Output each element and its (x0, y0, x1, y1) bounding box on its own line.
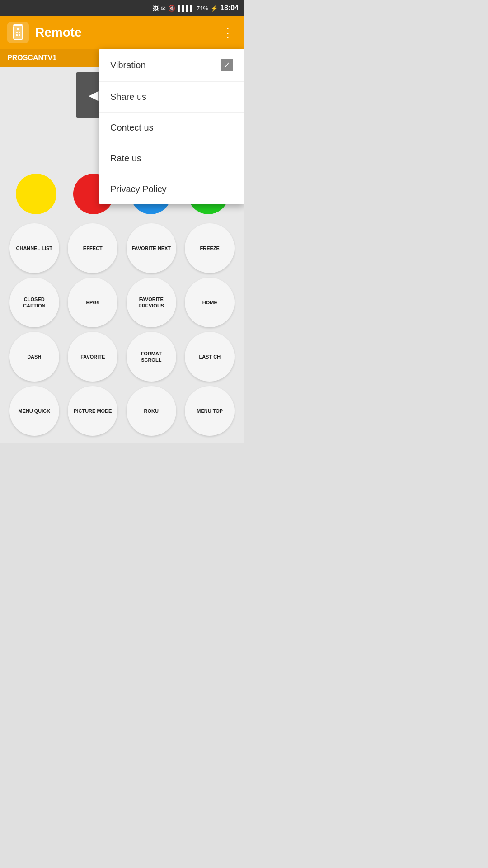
status-icons: 🖼 ✉ 🔇 ▌▌▌▌ 71% ⚡ 18:04 (153, 4, 239, 12)
app-title: Remote (35, 25, 212, 40)
roku-button[interactable]: ROKU (127, 386, 176, 436)
battery-icon: ⚡ (211, 5, 218, 12)
dropdown-item-vibration[interactable]: Vibration ✓ (99, 49, 244, 82)
dropdown-item-share[interactable]: Share us (99, 82, 244, 113)
favorite-next-button[interactable]: FAVORITE NEXT (127, 223, 176, 273)
favorite-button[interactable]: FAVORITE (68, 332, 117, 382)
function-buttons-grid: CHANNEL LISTEFFECTFAVORITE NEXTFREEZECLO… (5, 222, 239, 438)
dropdown-menu: Vibration ✓ Share us Contect us Rate us … (99, 49, 244, 204)
effect-button[interactable]: EFFECT (68, 223, 117, 273)
last-ch-button[interactable]: LAST CH (185, 332, 235, 382)
status-time: 18:04 (220, 4, 239, 12)
picture-mode-button[interactable]: PICTURE MODE (68, 386, 117, 436)
dropdown-item-rate[interactable]: Rate us (99, 143, 244, 174)
epg-button[interactable]: EPG/I (68, 278, 117, 327)
vibration-checkbox[interactable]: ✓ (221, 59, 233, 71)
share-label: Share us (110, 92, 146, 102)
format-scroll-button[interactable]: FORMAT SCROLL (127, 332, 176, 382)
rate-label: Rate us (110, 153, 141, 164)
menu-quick-button[interactable]: MENU QUICK (9, 386, 59, 436)
menu-top-button[interactable]: MENU TOP (185, 386, 235, 436)
svg-rect-5 (19, 34, 20, 36)
freeze-button[interactable]: FREEZE (185, 223, 235, 273)
svg-rect-4 (16, 34, 18, 36)
favorite-previous-button[interactable]: FAVORITE PREVIOUS (127, 278, 176, 327)
svg-point-1 (17, 28, 19, 30)
svg-rect-3 (19, 32, 20, 33)
signal-icon: ▌▌▌▌ (178, 5, 194, 12)
more-options-button[interactable]: ⋮ (219, 23, 237, 43)
svg-rect-0 (14, 25, 23, 40)
device-name: PROSCANTV1 (7, 54, 56, 62)
battery-percent: 71% (197, 5, 208, 12)
gallery-icon: 🖼 (153, 5, 159, 12)
vibration-label: Vibration (110, 60, 146, 71)
yellow-button[interactable] (16, 174, 56, 214)
dash-button[interactable]: DASH (9, 332, 59, 382)
privacy-label: Privacy Policy (110, 184, 166, 194)
home-button[interactable]: HOME (185, 278, 235, 327)
status-bar: 🖼 ✉ 🔇 ▌▌▌▌ 71% ⚡ 18:04 (0, 0, 244, 16)
dropdown-item-contact[interactable]: Contect us (99, 113, 244, 143)
app-header: Remote ⋮ (0, 16, 244, 49)
mail-icon: ✉ (161, 5, 166, 12)
dropdown-item-privacy[interactable]: Privacy Policy (99, 174, 244, 204)
svg-rect-2 (16, 32, 18, 33)
channel-list-button[interactable]: CHANNEL LIST (9, 223, 59, 273)
closed-caption-button[interactable]: CLOSED CAPTION (9, 278, 59, 327)
app-icon (7, 22, 29, 43)
contact-label: Contect us (110, 123, 154, 133)
mute-icon: 🔇 (168, 5, 175, 12)
